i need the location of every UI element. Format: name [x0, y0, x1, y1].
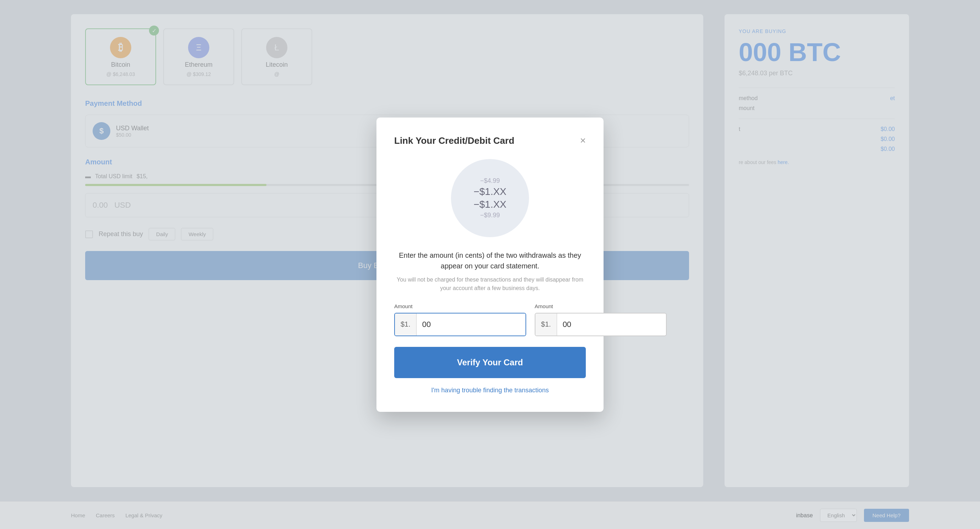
circle-mid2-amount: −$1.XX — [474, 199, 507, 210]
amount1-field-row: $1. — [394, 313, 526, 336]
amount1-prefix: $1. — [395, 314, 417, 336]
modal-overlay: Link Your Credit/Debit Card × −$4.99 −$1… — [0, 0, 980, 529]
trouble-link[interactable]: I'm having trouble finding the transacti… — [394, 387, 586, 394]
modal-title: Link Your Credit/Debit Card — [394, 135, 514, 146]
modal-desc-sub: You will not be charged for these transa… — [394, 276, 586, 293]
circle-mid1-amount: −$1.XX — [474, 186, 507, 198]
modal-close-button[interactable]: × — [580, 135, 586, 145]
amount2-prefix: $1. — [535, 314, 557, 336]
amount2-input[interactable] — [557, 314, 666, 336]
modal-dialog: Link Your Credit/Debit Card × −$4.99 −$1… — [377, 118, 603, 412]
verify-button[interactable]: Verify Your Card — [394, 347, 586, 378]
circle-bot-amount: −$9.99 — [480, 212, 500, 219]
amount1-input[interactable] — [417, 314, 525, 336]
amount1-label: Amount — [394, 303, 526, 309]
amount-fields: Amount $1. Amount $1. — [394, 303, 586, 336]
amount-field-2-group: Amount $1. — [535, 303, 667, 336]
circle-visualization: −$4.99 −$1.XX −$1.XX −$9.99 — [451, 159, 529, 237]
circle-top-amount: −$4.99 — [480, 177, 500, 185]
amount2-label: Amount — [535, 303, 667, 309]
modal-desc-main: Enter the amount (in cents) of the two w… — [394, 250, 586, 271]
modal-description: Enter the amount (in cents) of the two w… — [394, 250, 586, 293]
amount2-field-row: $1. — [535, 313, 667, 336]
modal-header: Link Your Credit/Debit Card × — [394, 135, 586, 146]
amount-field-1-group: Amount $1. — [394, 303, 526, 336]
